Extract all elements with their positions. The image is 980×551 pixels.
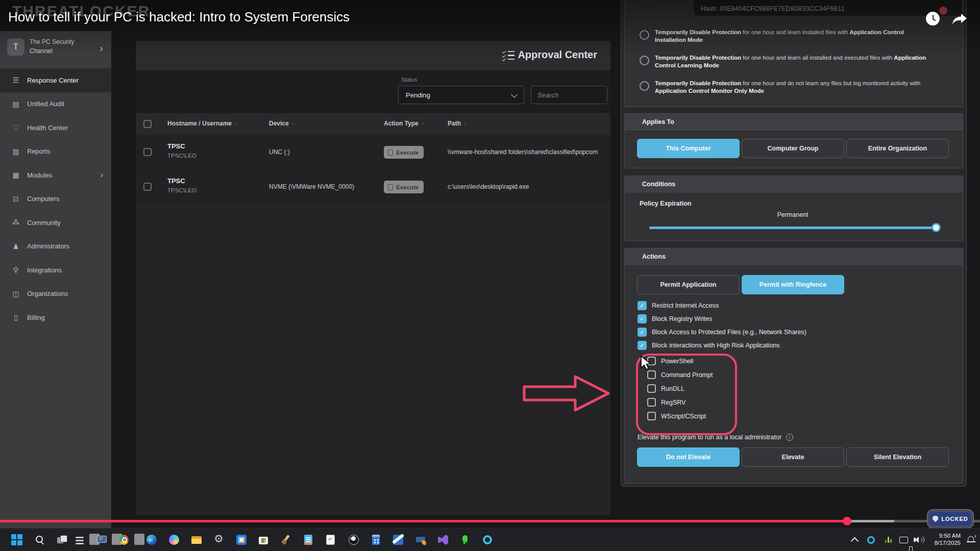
elevate-elevate-button[interactable]: Elevate [742,447,844,467]
tray-display-cast-icon[interactable] [896,530,911,550]
radio-button-icon[interactable] [640,56,649,65]
policy-expiration-slider[interactable] [649,227,936,229]
taskbar-photos-icon[interactable] [231,530,252,550]
taskbar-remote-desktop-icon[interactable] [96,530,117,550]
status-select[interactable]: Pending [398,86,524,104]
applies-this-computer-button[interactable]: This Computer [637,139,740,158]
taskbar-copilot-icon[interactable] [164,530,184,550]
disable-protection-radio-2[interactable]: Temporarily Disable Protection for one h… [640,54,933,69]
watch-later-icon[interactable] [926,12,940,26]
sidebar-item-health-center[interactable]: ♡Health Center [0,116,111,140]
checkbox-row-rundll[interactable]: RunDLL [621,382,966,395]
sidebar-item-label: Billing [27,314,45,321]
unchecked-checkbox-icon[interactable] [647,370,656,379]
checkbox-row-wscript-cscript[interactable]: WScript/CScript [621,409,966,423]
column-header-action-type[interactable]: Action Type↑↓ [384,120,424,127]
taskbar-obs-studio-icon[interactable] [344,530,364,550]
unchecked-checkbox-icon[interactable] [647,412,656,420]
slider-handle[interactable] [932,223,941,232]
disable-protection-radio-1[interactable]: Temporarily Disable Protection for one h… [640,29,933,44]
info-icon[interactable]: i [786,434,793,441]
column-header-device[interactable]: Device↑↓ [269,120,295,127]
video-title[interactable]: How to tell if your PC is hacked: Intro … [8,9,350,25]
sidebar-item-response-center[interactable]: ☰Response Center [0,68,111,92]
taskbar-visual-studio-icon[interactable] [433,530,453,550]
checked-checkbox-icon[interactable]: ✓ [638,328,647,337]
taskbar-file-explorer-icon[interactable] [186,530,207,550]
taskbar-display-paint-icon[interactable] [410,530,431,550]
action-permit-application-button[interactable]: Permit Application [637,275,740,294]
taskbar-calculator-icon[interactable] [366,530,386,550]
tray-chevron-up-icon[interactable] [847,530,862,550]
checkbox-row-block-interactions-with-high-risk-applications[interactable]: ✓Block interactions with High Risk Appli… [621,339,966,352]
page-title: Approval Center [518,49,597,61]
checkbox-row-block-access-to-protected-files-e-g-network-shares[interactable]: ✓Block Access to Protected Files (e.g., … [621,325,966,339]
taskbar-brush-tool-icon[interactable] [276,530,296,550]
sidebar-item-modules[interactable]: ▦Modules› [0,163,111,187]
sidebar-item-reports[interactable]: ▥Reports [0,140,111,164]
sidebar-item-community[interactable]: ⁂Community [0,211,111,235]
taskbar-ruler-tool-icon[interactable] [388,530,408,550]
sidebar-item-billing[interactable]: ▯Billing [0,306,111,330]
hostname-value: TPSC [167,142,197,150]
tray-speaker-icon[interactable] [912,530,926,550]
radio-button-icon[interactable] [640,81,649,91]
table-row[interactable]: TPSCTPSC\LEONVME (\VMWare NVME_0000)Exec… [136,169,610,205]
sidebar-item-label: Response Center [27,77,79,84]
column-header-hostname-username[interactable]: Hostname / Username↑↓ [167,120,238,127]
taskbar-start-icon[interactable] [7,530,27,550]
taskbar-clock[interactable]: 9:50 AM 8/17/2025 [935,532,961,546]
hostname-cell: TPSCTPSC\LEO [167,142,197,159]
sidebar-item-organizations[interactable]: ◫Organizations [0,282,111,306]
applies-entire-organization-button[interactable]: Entire Organization [846,139,949,158]
taskbar-edge-icon[interactable] [141,530,162,550]
taskbar-search-icon[interactable] [30,530,50,550]
select-all-checkbox[interactable] [143,120,152,128]
tray-network-activity-icon[interactable] [881,530,895,550]
checkbox-row-block-registry-writes[interactable]: ✓Block Registry Writes [621,312,966,325]
taskbar-chrome-icon[interactable] [119,530,139,550]
checkbox-row-restrict-internet-access[interactable]: ✓Restrict Internet Access [621,299,966,312]
sidebar-item-unified-audit[interactable]: ▤Unified Audit [0,92,111,116]
unchecked-checkbox-icon[interactable] [647,357,656,365]
sidebar-item-integrations[interactable]: ⚲Integrations [0,258,111,282]
taskbar-task-view-icon[interactable] [52,530,72,550]
taskbar-widgets-icon[interactable] [74,530,94,550]
row-checkbox[interactable] [143,148,152,156]
taskbar-settings-icon[interactable] [209,530,229,550]
table-row[interactable]: TPSCTPSC\LEOUNC (:)Execute\\vmware-host\… [136,135,610,170]
unchecked-checkbox-icon[interactable] [647,398,656,407]
radio-button-icon[interactable] [640,30,649,40]
taskbar-process-hacker-icon[interactable] [455,530,475,550]
row-checkbox[interactable] [143,183,152,191]
column-header-path[interactable]: Path↑↓ [448,120,467,127]
video-progress-bar[interactable] [0,517,980,528]
checked-checkbox-icon[interactable]: ✓ [638,341,647,350]
disable-protection-radio-3[interactable]: Temporarily Disable Protection for one h… [640,80,933,95]
device-cell: UNC (:) [269,148,290,156]
elevate-do-not-elevate-button[interactable]: Do not Elevate [637,447,740,467]
checked-checkbox-icon[interactable]: ✓ [638,314,647,323]
progress-buffered [847,520,894,522]
unchecked-checkbox-icon[interactable] [647,384,656,393]
notification-bell-icon[interactable]: z [967,535,976,544]
channel-header[interactable]: T The PC Security Channel › [0,31,111,69]
applies-computer-group-button[interactable]: Computer Group [742,139,844,158]
taskbar-snipping-tool-icon[interactable] [321,530,341,550]
taskbar-microsoft-store-icon[interactable] [253,530,274,550]
tray-ring-icon[interactable] [864,530,878,550]
community-icon: ⁂ [11,218,21,227]
progress-scrubber[interactable] [843,517,851,525]
checkbox-row-powershell[interactable]: PowerShell [621,354,966,368]
taskbar-notepad-icon[interactable] [298,530,318,550]
checked-checkbox-icon[interactable]: ✓ [638,301,647,310]
checkbox-row-regsrv[interactable]: RegSRV [621,395,966,409]
share-icon[interactable] [951,12,968,26]
sidebar-item-computers[interactable]: ⊡Computers [0,187,111,211]
taskbar-ring-app-icon[interactable] [477,530,498,550]
sidebar-item-administrators[interactable]: ♟Administrators [0,235,111,259]
checkbox-row-command-prompt[interactable]: Command Prompt [621,368,966,382]
search-input[interactable] [531,86,607,104]
action-permit-with-ringfence-button[interactable]: Permit with Ringfence [742,275,844,294]
elevate-silent-elevation-button[interactable]: Silent Elevation [846,447,949,467]
